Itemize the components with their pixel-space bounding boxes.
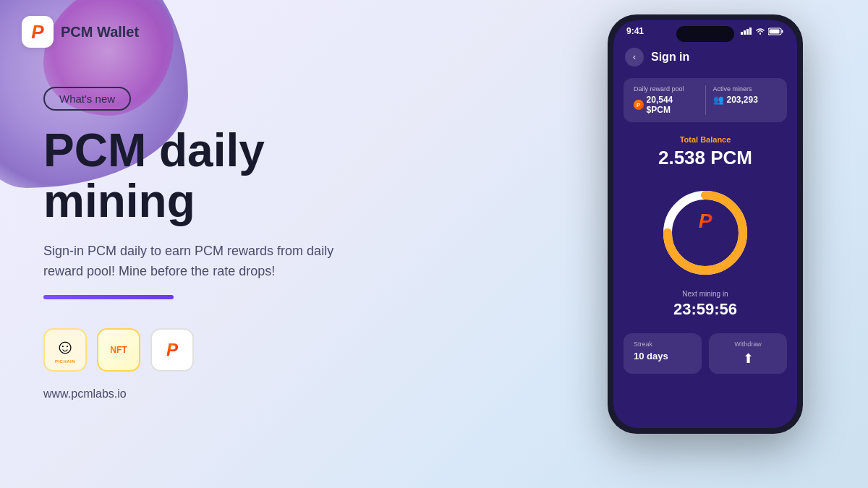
dynamic-island [676, 26, 734, 42]
svg-text:P: P [699, 210, 712, 232]
svg-rect-0 [741, 32, 743, 35]
nft-app-icon[interactable]: NFT [97, 328, 140, 372]
website-url: www.pcmlabs.io [43, 388, 405, 401]
pool-value: P 20,544 $PCM [634, 95, 698, 115]
battery-icon [768, 27, 784, 35]
svg-rect-3 [749, 27, 752, 35]
phone-mockup: 9:41 [608, 14, 803, 434]
back-button[interactable]: ‹ [625, 48, 644, 67]
withdraw-button[interactable]: Withdraw ⬆ [709, 333, 787, 374]
signal-icon [741, 27, 752, 35]
logo-letter: P [31, 21, 43, 43]
svg-rect-6 [770, 29, 780, 33]
status-icons [741, 27, 784, 35]
app-icons-row: ☺ PICHAIN NFT P [43, 328, 405, 372]
miners-value: 👥 203,293 [713, 95, 778, 105]
accent-bar [43, 295, 174, 299]
app-logo-icon: P [22, 16, 54, 48]
subtitle-text: Sign-in PCM daily to earn PCM rewards fr… [43, 241, 347, 282]
nft-label: NFT [110, 345, 127, 355]
balance-section: Total Balance 2.538 PCM [613, 128, 797, 180]
stats-row: Daily reward pool P 20,544 $PCM Active m… [624, 78, 787, 122]
app-header: P PCM Wallet [22, 16, 139, 48]
streak-label: Streak [634, 341, 692, 348]
streak-button[interactable]: Streak 10 days [624, 333, 702, 374]
pcm-app-icon[interactable]: P [150, 328, 194, 372]
balance-value: 2.538 PCM [613, 147, 797, 169]
stat-divider [705, 85, 706, 115]
phone-screen: 9:41 [613, 20, 797, 428]
signin-header: ‹ Sign in [613, 39, 797, 72]
pichain-face-emoji: ☺ [55, 335, 76, 359]
mining-section: Next mining in 23:59:56 [613, 286, 797, 323]
balance-label: Total Balance [613, 135, 797, 144]
ring-chart: P [613, 186, 797, 280]
pcm-token-icon: P [634, 100, 644, 110]
main-heading: PCM daily mining [43, 125, 405, 227]
mining-label: Next mining in [613, 290, 797, 298]
withdraw-label: Withdraw [719, 341, 777, 348]
svg-rect-1 [744, 30, 746, 35]
pool-label: Daily reward pool [634, 85, 698, 93]
pichain-app-icon[interactable]: ☺ PICHAIN [43, 328, 87, 372]
active-miners: Active miners 👥 203,293 [713, 85, 778, 115]
svg-rect-5 [782, 30, 783, 33]
miners-label: Active miners [713, 85, 778, 93]
withdraw-icon: ⬆ [719, 351, 777, 367]
app-title: PCM Wallet [61, 24, 139, 40]
pichain-icon-content: ☺ PICHAIN [55, 335, 76, 364]
svg-rect-2 [746, 29, 749, 35]
pichain-brand-label: PICHAIN [55, 359, 75, 364]
pcm-logo-letter: P [166, 340, 178, 360]
ring-svg: P [658, 186, 752, 280]
phone-outer-shell: 9:41 [608, 14, 803, 434]
signin-title: Sign in [651, 51, 689, 64]
status-time: 9:41 [626, 26, 644, 36]
bottom-buttons: Streak 10 days Withdraw ⬆ [624, 333, 787, 374]
mining-timer: 23:59:56 [613, 300, 797, 319]
daily-reward-pool: Daily reward pool P 20,544 $PCM [634, 85, 698, 115]
wifi-icon [755, 27, 765, 35]
whats-new-badge: What's new [43, 87, 131, 111]
background: P PCM Wallet What's new PCM daily mining… [0, 0, 868, 488]
left-content-area: What's new PCM daily mining Sign-in PCM … [43, 87, 405, 401]
streak-value: 10 days [634, 351, 692, 361]
